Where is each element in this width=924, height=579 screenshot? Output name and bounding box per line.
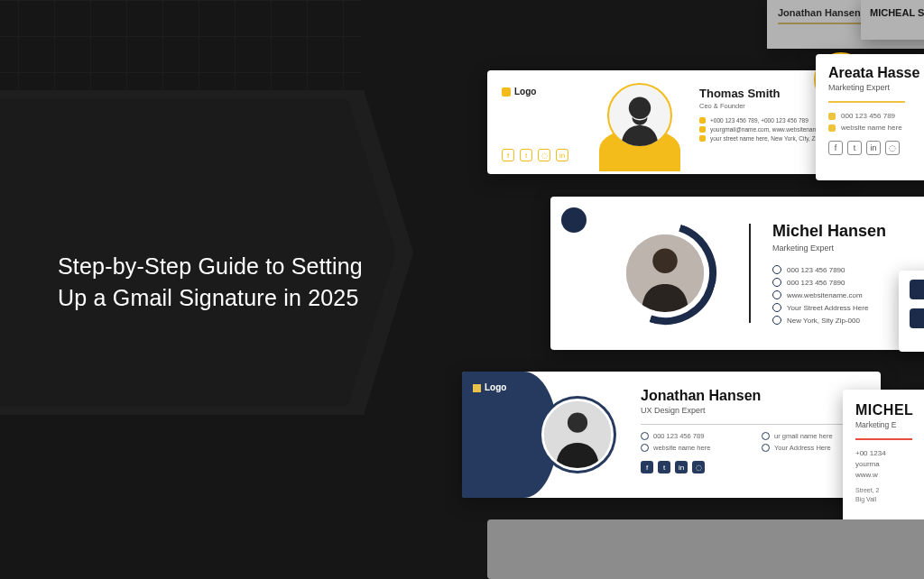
social-icons-row: f t ◌ in: [502, 149, 568, 161]
social-icons-row: f t in ◌: [641, 461, 868, 473]
svg-point-4: [568, 413, 587, 433]
site-line: www.w: [855, 471, 924, 479]
twitter-icon: t: [847, 141, 862, 155]
accent-bar: [855, 438, 912, 440]
facebook-icon: f: [502, 149, 514, 161]
name-label: MICHEAL S: [870, 7, 924, 18]
name-label: MICHEL: [855, 402, 924, 418]
accent-bar: [778, 23, 863, 24]
linkedin-icon: in: [556, 149, 568, 161]
svg-point-2: [652, 248, 678, 273]
social-icons-row: f t in ◌: [828, 141, 924, 155]
svg-point-0: [629, 97, 651, 119]
avatar-ring: [614, 222, 716, 325]
avatar-wrap: [599, 81, 680, 162]
social-square-icon: [910, 280, 924, 299]
linkedin-icon: in: [675, 461, 688, 473]
vertical-divider: [749, 224, 751, 323]
card-michel-hansen: Michel Hansen Marketing Expert 000 123 4…: [550, 197, 924, 350]
card-top-micheal: MICHEAL S: [861, 0, 924, 40]
linkedin-icon: in: [866, 141, 881, 155]
logo-label: Logo: [473, 382, 506, 392]
divider: [641, 424, 868, 425]
instagram-icon: ◌: [885, 141, 900, 155]
card-areata: Areata Hasse Marketing Expert 000 123 45…: [816, 54, 924, 180]
twitter-icon: t: [658, 461, 670, 473]
name-label: Areata Hasse: [828, 65, 924, 81]
role-label: Marketing E: [855, 420, 924, 429]
instagram-icon: ◌: [692, 461, 705, 473]
page-title: Step-by-Step Guide to Setting Up a Gmail…: [58, 251, 392, 313]
email-line: yourma: [855, 460, 924, 468]
name-label: Michel Hansen: [772, 222, 924, 241]
info-block: Jonathan Hansen UX Design Expert 000 123…: [641, 388, 868, 473]
signature-cards-region: Jonathan Hansen MICHEAL S Logo f t ◌ in …: [433, 0, 924, 579]
address-block: Street, 2 Big Vall: [855, 486, 924, 504]
role-label: Marketing Expert: [772, 244, 924, 253]
card-bottom-partial: [487, 519, 924, 579]
social-square-icon: [910, 308, 924, 328]
card-jonathan-hansen: Logo Jonathan Hansen UX Design Expert 00…: [462, 372, 881, 498]
phone-line: +00 1234: [855, 449, 924, 457]
accent-bar: [828, 101, 905, 103]
avatar: [541, 399, 614, 471]
card-thomas-smith: Logo f t ◌ in Thomas Smith Ceo & Founder…: [487, 70, 850, 174]
site-line: website name here: [828, 124, 924, 132]
facebook-icon: f: [828, 141, 843, 155]
role-label: UX Design Expert: [641, 406, 868, 415]
site-line: website name here: [641, 444, 747, 452]
avatar: [607, 83, 672, 148]
logo-label: Logo: [502, 87, 536, 96]
phone-line: 000 123 456 789: [641, 432, 747, 440]
avatar: [626, 234, 704, 312]
twitter-icon: t: [520, 149, 532, 161]
instagram-icon: ◌: [538, 149, 550, 161]
name-label: Jonathan Hansen: [641, 388, 868, 404]
phone-line: 000 123 456 789: [828, 112, 924, 120]
role-label: Marketing Expert: [828, 83, 924, 92]
facebook-icon: f: [641, 461, 653, 473]
dot-decoration: [561, 207, 587, 233]
social-column: [899, 271, 924, 352]
